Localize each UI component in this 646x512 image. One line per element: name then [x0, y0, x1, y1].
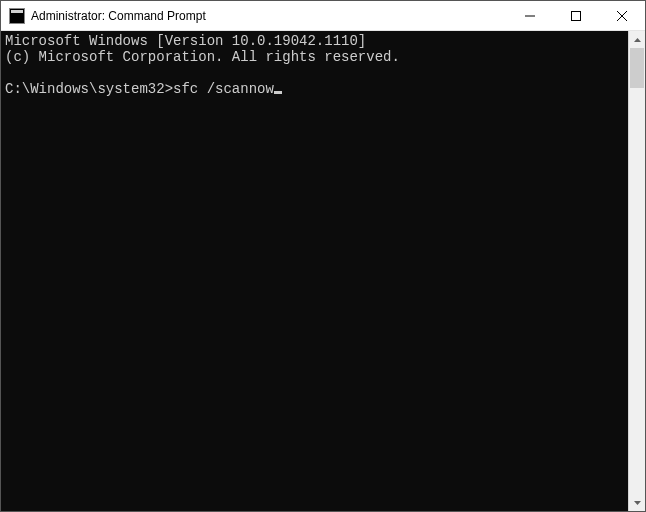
minimize-icon	[525, 11, 535, 21]
chevron-up-icon	[634, 38, 641, 42]
minimize-button[interactable]	[507, 1, 553, 30]
svg-rect-1	[572, 11, 581, 20]
window-controls	[507, 1, 645, 30]
chevron-down-icon	[634, 501, 641, 505]
svg-marker-5	[634, 501, 641, 505]
close-button[interactable]	[599, 1, 645, 30]
window-title: Administrator: Command Prompt	[31, 9, 507, 23]
text-cursor	[274, 91, 282, 94]
scroll-down-button[interactable]	[629, 494, 645, 511]
console-line: (c) Microsoft Corporation. All rights re…	[5, 49, 400, 65]
scroll-up-button[interactable]	[629, 31, 645, 48]
close-icon	[617, 11, 627, 21]
console-line: Microsoft Windows [Version 10.0.19042.11…	[5, 33, 366, 49]
maximize-button[interactable]	[553, 1, 599, 30]
window-titlebar[interactable]: Administrator: Command Prompt	[1, 1, 645, 31]
console-prompt: C:\Windows\system32>	[5, 81, 173, 97]
console-output[interactable]: Microsoft Windows [Version 10.0.19042.11…	[1, 31, 628, 511]
svg-marker-4	[634, 38, 641, 42]
cmd-prompt-icon	[9, 8, 25, 24]
client-area: Microsoft Windows [Version 10.0.19042.11…	[1, 31, 645, 511]
vertical-scrollbar[interactable]	[628, 31, 645, 511]
scrollbar-thumb[interactable]	[630, 48, 644, 88]
console-command: sfc /scannow	[173, 81, 274, 97]
maximize-icon	[571, 11, 581, 21]
